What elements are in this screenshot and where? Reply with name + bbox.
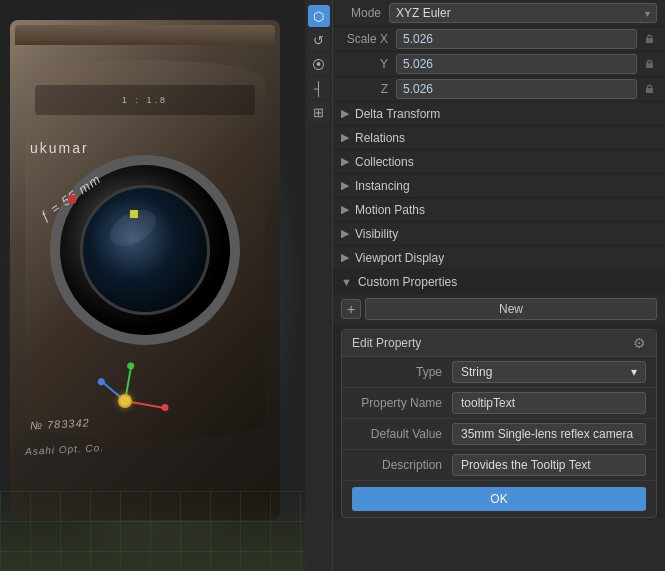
- section-motion-paths[interactable]: ▶ Motion Paths: [333, 198, 665, 222]
- mode-label: Mode: [341, 6, 381, 20]
- scale-x-lock-icon[interactable]: 🔒︎: [641, 31, 657, 47]
- delta-transform-label: Delta Transform: [355, 107, 440, 121]
- dialog-type-row: Type String ▾: [342, 357, 656, 388]
- scale-x-label: Scale X: [341, 32, 396, 46]
- dialog-default-value-row: Default Value 35mm Single-lens reflex ca…: [342, 419, 656, 450]
- edit-property-dialog: Edit Property ⚙ Type String ▾ Property N…: [341, 329, 657, 518]
- dialog-property-name-row: Property Name tooltipText: [342, 388, 656, 419]
- section-collections[interactable]: ▶ Collections: [333, 150, 665, 174]
- motion-paths-arrow-icon: ▶: [341, 203, 349, 216]
- dialog-default-value-value: 35mm Single-lens reflex camera: [461, 427, 633, 441]
- scale-y-row: Y 5.026 🔒︎: [333, 52, 665, 77]
- relations-arrow-icon: ▶: [341, 131, 349, 144]
- custom-props-label: Custom Properties: [358, 275, 457, 289]
- scale-y-value[interactable]: 5.026: [396, 54, 637, 74]
- collections-arrow-icon: ▶: [341, 155, 349, 168]
- custom-props-arrow-icon: ▼: [341, 276, 352, 288]
- viewport-display-arrow-icon: ▶: [341, 251, 349, 264]
- custom-properties-section: ▼ Custom Properties + New Edit Property …: [333, 270, 665, 518]
- custom-props-header[interactable]: ▼ Custom Properties: [333, 270, 665, 294]
- toolbar-icon-particles[interactable]: ┤: [308, 77, 330, 99]
- toolbar-icon-physics[interactable]: ⊞: [308, 101, 330, 123]
- add-new-row: + New: [333, 294, 665, 325]
- visibility-label: Visibility: [355, 227, 398, 241]
- toolbar-icon-constraint[interactable]: ↺: [308, 29, 330, 51]
- dialog-property-name-input[interactable]: tooltipText: [452, 392, 646, 414]
- 3d-viewport[interactable]: 1 : 1.8 ukumar ƒ = 55 mm № 783342 Asahi …: [0, 0, 305, 571]
- scale-y-label: Y: [341, 57, 396, 71]
- section-relations[interactable]: ▶ Relations: [333, 126, 665, 150]
- transform-gizmo: [85, 361, 165, 441]
- collections-label: Collections: [355, 155, 414, 169]
- dialog-property-name-label: Property Name: [352, 396, 452, 410]
- scale-y-lock-icon[interactable]: 🔒︎: [641, 56, 657, 72]
- marker-yellow: [130, 210, 138, 218]
- add-property-button[interactable]: +: [341, 299, 361, 319]
- ok-button[interactable]: OK: [352, 487, 646, 511]
- mode-value: XYZ Euler: [396, 6, 451, 20]
- grid-floor: [0, 491, 305, 571]
- lens-brand-text: ukumar: [30, 140, 89, 156]
- visibility-arrow-icon: ▶: [341, 227, 349, 240]
- mode-chevron-icon: ▾: [645, 8, 650, 19]
- dialog-description-input[interactable]: Provides the Tooltip Text: [452, 454, 646, 476]
- dialog-property-name-value: tooltipText: [461, 396, 515, 410]
- section-visibility[interactable]: ▶ Visibility: [333, 222, 665, 246]
- dialog-title-row: Edit Property ⚙: [342, 330, 656, 357]
- dialog-description-value: Provides the Tooltip Text: [461, 458, 591, 472]
- section-instancing[interactable]: ▶ Instancing: [333, 174, 665, 198]
- scale-z-lock-icon[interactable]: 🔒︎: [641, 81, 657, 97]
- instancing-arrow-icon: ▶: [341, 179, 349, 192]
- instancing-label: Instancing: [355, 179, 410, 193]
- gizmo-center: [118, 394, 132, 408]
- scale-z-row: Z 5.026 🔒︎: [333, 77, 665, 102]
- section-viewport-display[interactable]: ▶ Viewport Display: [333, 246, 665, 270]
- dialog-description-label: Description: [352, 458, 452, 472]
- properties-panel: Mode XYZ Euler ▾ Scale X 5.026 🔒︎ Y 5.02…: [333, 0, 665, 571]
- scale-x-row: Scale X 5.026 🔒︎: [333, 27, 665, 52]
- marker-red: [68, 195, 76, 203]
- scale-z-label: Z: [341, 82, 396, 96]
- viewport-display-label: Viewport Display: [355, 251, 444, 265]
- section-delta-transform[interactable]: ▶ Delta Transform: [333, 102, 665, 126]
- new-property-button[interactable]: New: [365, 298, 657, 320]
- dialog-type-label: Type: [352, 365, 452, 379]
- dialog-default-value-input[interactable]: 35mm Single-lens reflex camera: [452, 423, 646, 445]
- lens-image: 1 : 1.8 ukumar ƒ = 55 mm № 783342 Asahi …: [10, 20, 280, 520]
- dialog-title: Edit Property: [352, 336, 421, 350]
- mode-select[interactable]: XYZ Euler ▾: [389, 3, 657, 23]
- motion-paths-label: Motion Paths: [355, 203, 425, 217]
- dialog-gear-icon[interactable]: ⚙: [633, 335, 646, 351]
- dialog-type-chevron-icon: ▾: [631, 365, 637, 379]
- scale-z-value[interactable]: 5.026: [396, 79, 637, 99]
- left-toolbar: ⬡ ↺ ⦿ ┤ ⊞: [305, 0, 333, 571]
- toolbar-icon-object[interactable]: ⬡: [308, 5, 330, 27]
- mode-row: Mode XYZ Euler ▾: [333, 0, 665, 27]
- dialog-default-value-label: Default Value: [352, 427, 452, 441]
- lens-brand2-text: Asahi Opt. Co.: [25, 442, 104, 457]
- toolbar-icon-modifier[interactable]: ⦿: [308, 53, 330, 75]
- delta-transform-arrow-icon: ▶: [341, 107, 349, 120]
- dialog-description-row: Description Provides the Tooltip Text: [342, 450, 656, 481]
- relations-label: Relations: [355, 131, 405, 145]
- scale-x-value[interactable]: 5.026: [396, 29, 637, 49]
- dialog-type-select[interactable]: String ▾: [452, 361, 646, 383]
- dialog-type-value: String: [461, 365, 492, 379]
